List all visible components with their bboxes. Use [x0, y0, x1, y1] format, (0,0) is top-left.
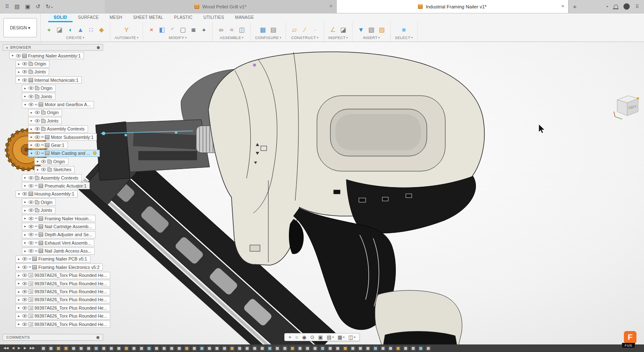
expand-arrow-icon[interactable] [23, 94, 27, 98]
timeline-feature-icon[interactable] [207, 346, 212, 351]
visibility-eye-icon[interactable] [22, 192, 27, 196]
timeline-feature-icon[interactable] [380, 346, 386, 351]
create-sketch-icon[interactable]: ◪ [55, 24, 64, 34]
visibility-eye-icon[interactable] [29, 176, 34, 180]
timeline-feature-icon[interactable] [327, 346, 333, 351]
tree-row[interactable]: Assembly Contexts [3, 174, 103, 182]
panel-toggle-dot-icon[interactable] [97, 46, 100, 49]
ribbon-tab[interactable]: PLASTIC [169, 13, 198, 22]
tab-wood-pellet-grill[interactable]: Wood Pellet Grill v1* × [105, 0, 337, 13]
expand-arrow-icon[interactable] [29, 143, 34, 147]
tree-row[interactable]: Internal Mechanicals:1 [3, 76, 103, 84]
tree-row[interactable]: Framing Nailer Assembly:1 [3, 52, 103, 60]
undo-icon[interactable]: ↺ [36, 4, 40, 9]
visibility-eye-icon[interactable] [29, 225, 34, 228]
tree-row[interactable]: Origin [3, 198, 103, 206]
timeline-feature-icon[interactable] [161, 346, 167, 351]
visibility-eye-icon[interactable] [41, 168, 46, 171]
construction-point-icon[interactable]: ∙ [311, 24, 319, 34]
tree-row[interactable]: Depth Adjuster and Se... [3, 231, 103, 239]
visibility-eye-icon[interactable] [29, 103, 34, 106]
pattern-icon[interactable]: ∷ [87, 24, 95, 34]
tree-row[interactable]: Main Casting and ... [3, 149, 103, 157]
visibility-eye-icon[interactable] [29, 209, 34, 212]
visibility-eye-icon[interactable] [35, 151, 40, 155]
visibility-eye-icon[interactable] [29, 233, 34, 236]
expand-arrow-icon[interactable] [17, 290, 21, 294]
expand-arrow-icon[interactable] [23, 103, 27, 107]
expand-arrow-icon[interactable] [29, 151, 34, 155]
expand-arrow-icon[interactable] [23, 241, 27, 245]
tree-row[interactable]: Joints [3, 68, 103, 76]
press-pull-icon[interactable]: ◧ [158, 24, 166, 34]
tree-row[interactable]: Framing Nailer Electronics v5:2 [3, 263, 103, 271]
visibility-eye-icon[interactable] [22, 282, 27, 285]
app-menu-grid-icon[interactable]: ⠿ [5, 4, 9, 9]
redo-icon[interactable]: ↻ [46, 4, 52, 9]
visibility-eye-icon[interactable] [22, 62, 27, 65]
close-icon[interactable]: × [329, 3, 332, 9]
tree-row[interactable]: 99397A626_Torx Plus Rounded He... [3, 304, 103, 312]
timeline-feature-icon[interactable] [312, 346, 318, 351]
tree-row[interactable]: Joints [3, 206, 103, 214]
expand-arrow-icon[interactable] [36, 159, 40, 163]
timeline-feature-icon[interactable] [365, 346, 371, 351]
timeline-feature-icon[interactable] [229, 346, 235, 351]
ribbon-group-configure-label[interactable]: CONFIGURE▾ [255, 36, 281, 41]
comments-bar[interactable]: COMMENTS [3, 334, 103, 341]
visibility-eye-icon[interactable] [35, 143, 40, 147]
expand-arrow-icon[interactable] [29, 135, 34, 139]
timeline-feature-icon[interactable] [343, 346, 348, 351]
visibility-eye-icon[interactable] [22, 306, 27, 310]
timeline-feature-icon[interactable] [418, 346, 423, 351]
tree-row[interactable]: 99397A626_Torx Plus Rounded He... [3, 312, 103, 320]
expand-arrow-icon[interactable] [17, 314, 21, 318]
timeline-feature-icon[interactable] [237, 346, 242, 351]
tree-row[interactable]: Origin [3, 60, 103, 68]
ribbon-group-construct-label[interactable]: CONSTRUCT▾ [291, 36, 318, 41]
visibility-eye-icon[interactable] [35, 136, 40, 139]
tree-row[interactable]: Motor and GearBox A... [3, 100, 103, 108]
ribbon-tab[interactable]: SHEET METAL [128, 13, 169, 22]
expand-arrow-icon[interactable] [23, 216, 27, 220]
timeline-feature-icon[interactable] [56, 346, 61, 351]
timeline-feature-icon[interactable] [146, 346, 152, 351]
timeline-feature-icon[interactable] [101, 346, 106, 351]
visibility-eye-icon[interactable] [22, 266, 27, 269]
tree-row[interactable]: Joints [3, 117, 103, 125]
step-back-icon[interactable]: ◀ [12, 347, 14, 350]
visibility-eye-icon[interactable] [29, 184, 34, 188]
joint-icon[interactable]: ∞ [217, 24, 225, 34]
design-workspace-dropdown[interactable]: DESIGN ▾ [3, 18, 37, 37]
tree-row[interactable]: Motor Subassembly:1 [3, 133, 103, 141]
select-icon[interactable]: ■ [400, 24, 408, 34]
save-icon[interactable]: ▣ [25, 4, 30, 9]
tree-row[interactable]: 99397A626_Torx Plus Rounded He... [3, 271, 103, 279]
timeline-feature-icon[interactable] [260, 346, 265, 351]
timeline-feature-icon[interactable] [403, 346, 408, 351]
new-component-icon[interactable]: + [45, 24, 53, 34]
extrude-icon[interactable]: ▲ [76, 24, 85, 34]
as-built-joint-icon[interactable]: ≈ [227, 24, 236, 34]
tree-row[interactable]: Nail Jamb Access Ass... [3, 247, 103, 255]
viewports-icon[interactable]: ◫ [347, 335, 357, 340]
timeline-feature-icon[interactable] [214, 346, 220, 351]
tree-row[interactable]: Framing Nailer PCB v5:1 [3, 255, 103, 263]
go-to-start-icon[interactable]: ◀◀ [3, 347, 8, 350]
expand-arrow-icon[interactable] [23, 176, 27, 180]
shell-icon[interactable]: ▢ [179, 24, 187, 34]
look-at-icon[interactable]: ◉ [301, 335, 307, 340]
timeline-feature-icon[interactable] [305, 346, 310, 351]
timeline-feature-icon[interactable] [426, 346, 431, 351]
timeline-feature-icon[interactable] [373, 346, 378, 351]
expand-arrow-icon[interactable] [23, 209, 27, 212]
timeline-feature-icon[interactable] [290, 346, 295, 351]
visibility-eye-icon[interactable] [35, 127, 40, 130]
insert-derive-icon[interactable]: ▼ [357, 24, 365, 34]
timeline-feature-icon[interactable] [109, 346, 114, 351]
ribbon-tab[interactable]: UTILITIES [198, 13, 229, 22]
fillet-icon[interactable]: ◜ [168, 24, 177, 34]
tree-row[interactable]: Pneumatic Actuator:1 [3, 182, 103, 190]
visibility-eye-icon[interactable] [35, 111, 40, 114]
grid-settings-icon[interactable]: ▦ [336, 335, 346, 340]
